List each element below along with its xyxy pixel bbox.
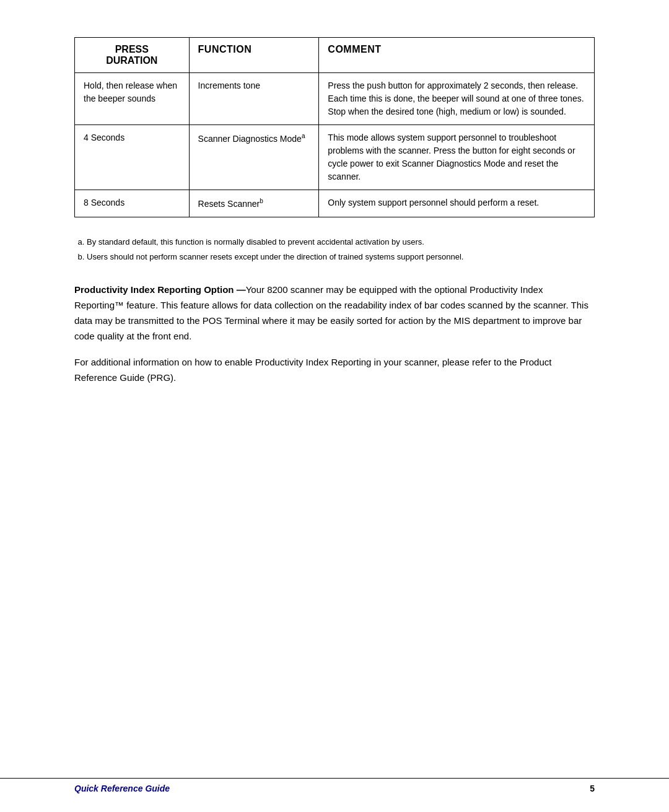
function-cell: Scanner Diagnostics Modea: [189, 125, 319, 190]
press-duration-cell: 4 Seconds: [75, 125, 190, 190]
col-header-function: Function: [189, 38, 319, 73]
page-footer: Quick Reference Guide 5: [0, 778, 669, 793]
table-row: Hold, then release when the beeper sound…: [75, 73, 595, 125]
footnotes-section: By standard default, this function is no…: [74, 236, 595, 264]
function-cell: Resets Scannerb: [189, 190, 319, 217]
footer-page-number: 5: [590, 784, 595, 793]
press-duration-cell: 8 Seconds: [75, 190, 190, 217]
comment-cell: Only system support personnel should per…: [319, 190, 595, 217]
footnote-a: By standard default, this function is no…: [87, 236, 595, 249]
table-row: 8 Seconds Resets Scannerb Only system su…: [75, 190, 595, 217]
function-cell: Increments tone: [189, 73, 319, 125]
press-duration-cell: Hold, then release when the beeper sound…: [75, 73, 190, 125]
body-paragraph-1: Productivity Index Reporting Option —You…: [74, 282, 595, 344]
table-row: 4 Seconds Scanner Diagnostics Modea This…: [75, 125, 595, 190]
col-header-press: PressDuration: [75, 38, 190, 73]
main-table: PressDuration Function Comment Hold, the…: [74, 37, 595, 217]
comment-cell: Press the push button for approximately …: [319, 73, 595, 125]
footer-title: Quick Reference Guide: [74, 784, 170, 793]
col-header-comment: Comment: [319, 38, 595, 73]
page-content: PressDuration Function Comment Hold, the…: [0, 0, 669, 447]
body-paragraph-2: For additional information on how to ena…: [74, 355, 595, 386]
footnote-b: Users should not perform scanner resets …: [87, 251, 595, 264]
comment-cell: This mode allows system support personne…: [319, 125, 595, 190]
bold-intro-1: Productivity Index Reporting Option —: [74, 284, 246, 295]
